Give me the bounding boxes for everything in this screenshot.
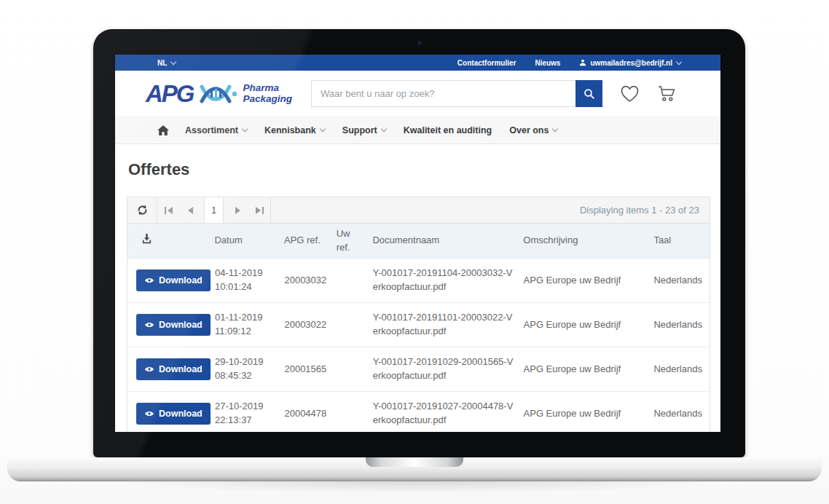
company-logo[interactable]: APG Pharma Packaging [146, 82, 292, 106]
column-taal[interactable]: Taal [653, 234, 710, 248]
table-row: Download 27-10-2019 22:13:37 20004478 Y-… [127, 392, 710, 432]
topbar-link-nieuws[interactable]: Nieuws [535, 59, 560, 67]
pager-prev-button[interactable] [179, 197, 201, 223]
cell-omschrijving: APG Europe uw Bedrijf [524, 363, 654, 377]
laptop-base [7, 457, 822, 481]
cell-omschrijving: APG Europe uw Bedrijf [524, 407, 654, 421]
cell-documentnaam: Y-001017-20191104-20003032-Verkoopfactuu… [373, 267, 524, 294]
cell-omschrijving: APG Europe uw Bedrijf [524, 318, 654, 332]
laptop-base-notch [366, 457, 463, 467]
cell-download: Download [136, 403, 215, 425]
nav-item-support[interactable]: Support [342, 125, 386, 135]
cell-documentnaam: Y-001017-20191029-20001565-Verkoopfactuu… [373, 355, 524, 383]
chevron-down-icon [170, 58, 176, 64]
column-download [136, 233, 214, 248]
dna-helix-icon [200, 82, 239, 106]
account-menu[interactable]: uwmailadres@bedrijf.nl [579, 59, 681, 67]
pager-first-button[interactable] [157, 197, 179, 223]
cart-icon [657, 84, 677, 103]
cell-date: 01-11-2019 [215, 311, 277, 325]
cell-date: 04-11-2019 [215, 267, 277, 280]
column-documentnaam[interactable]: Documentnaam [372, 234, 523, 248]
cell-apg-ref: 20001565 [284, 363, 337, 377]
language-selector[interactable]: NL [157, 59, 176, 67]
eye-icon [144, 321, 154, 328]
cell-documentnaam: Y-001017-20191101-20003022-Verkoopfactuu… [373, 311, 524, 339]
cell-date: 27-10-2019 [215, 400, 277, 414]
documents-grid: 1 Displaying items 1 - 23 of 23 [127, 197, 710, 432]
cell-datum: 29-10-2019 08:45:32 [215, 355, 284, 383]
chevron-down-icon [380, 126, 386, 132]
cell-taal: Nederlands [653, 274, 710, 288]
first-page-icon [168, 207, 173, 214]
cell-apg-ref: 20004478 [284, 407, 337, 421]
table-row: Download 01-11-2019 11:09:12 20003022 Y-… [127, 303, 710, 347]
laptop-reflection [0, 481, 829, 503]
chevron-down-icon [552, 126, 558, 132]
cell-download: Download [136, 358, 215, 380]
language-label: NL [157, 59, 167, 67]
nav-home-button[interactable] [157, 125, 169, 135]
download-button[interactable]: Download [136, 314, 211, 336]
cell-time: 22:13:37 [215, 414, 277, 428]
cell-taal: Nederlands [653, 407, 710, 421]
search-bar [311, 80, 602, 107]
nav-item-kwaliteit-en-auditing[interactable]: Kwaliteit en auditing [404, 125, 492, 135]
cell-download: Download [136, 269, 215, 291]
refresh-button[interactable] [127, 197, 157, 223]
pager-next-button[interactable] [227, 197, 248, 223]
topbar-link-contactformulier[interactable]: Contactformulier [457, 59, 516, 67]
nav-item-assortiment[interactable]: Assortiment [185, 125, 247, 135]
nav-item-over-ons[interactable]: Over ons [509, 125, 557, 135]
nav-item-label: Kennisbank [264, 125, 316, 135]
last-page-icon [256, 207, 261, 214]
cell-apg-ref: 20003022 [284, 318, 337, 332]
laptop-mockup: NL Contactformulier Nieuws uwmailadres@b… [0, 0, 829, 504]
cell-download: Download [136, 314, 215, 336]
download-button[interactable]: Download [136, 269, 211, 291]
cell-apg-ref: 20003032 [284, 274, 337, 288]
cell-datum: 01-11-2019 11:09:12 [215, 311, 284, 339]
search-icon [584, 88, 595, 100]
download-button-label: Download [159, 364, 203, 374]
download-button-label: Download [159, 320, 203, 330]
column-apg-ref[interactable]: APG ref. [284, 234, 337, 248]
nav-item-label: Support [342, 125, 377, 135]
nav-item-kennisbank[interactable]: Kennisbank [264, 125, 325, 135]
cell-datum: 04-11-2019 10:01:24 [215, 267, 284, 294]
logo-brand-text: APG [146, 82, 194, 106]
refresh-icon [136, 204, 149, 216]
last-page-icon [262, 207, 264, 214]
chevron-down-icon [242, 126, 248, 132]
pager-status-text: Displaying items 1 - 23 of 23 [271, 205, 710, 216]
column-datum[interactable]: Datum [214, 234, 284, 248]
cell-time: 08:45:32 [215, 369, 277, 383]
column-omschrijving[interactable]: Omschrijving [523, 234, 653, 248]
download-button-label: Download [159, 275, 203, 286]
table-header-row: Datum APG ref. Uw ref. Documentnaam Omsc… [127, 224, 710, 259]
download-button[interactable]: Download [136, 358, 211, 380]
cell-datum: 27-10-2019 22:13:37 [215, 400, 284, 428]
pager-last-button[interactable] [248, 197, 270, 223]
site-header: APG Pharma Packaging [115, 71, 720, 117]
home-icon [157, 125, 169, 135]
cell-omschrijving: APG Europe uw Bedrijf [524, 274, 654, 288]
download-icon [141, 233, 152, 244]
logo-tagline-line1: Pharma [243, 83, 293, 94]
wishlist-button[interactable] [620, 85, 640, 103]
pager-current-page[interactable]: 1 [204, 197, 224, 223]
eye-icon [144, 277, 154, 284]
search-button[interactable] [575, 80, 602, 107]
chevron-down-icon [320, 126, 326, 132]
prev-page-icon [188, 207, 193, 214]
search-input[interactable] [311, 80, 575, 107]
nav-item-label: Assortiment [185, 125, 238, 135]
cart-button[interactable] [657, 84, 677, 103]
first-page-icon [165, 207, 166, 214]
table-body: Download 04-11-2019 10:01:24 20003032 Y-… [127, 259, 710, 432]
nav-item-label: Kwaliteit en auditing [404, 125, 492, 135]
column-uw-ref[interactable]: Uw ref. [337, 227, 373, 255]
download-button[interactable]: Download [136, 403, 211, 425]
table-row: Download 04-11-2019 10:01:24 20003032 Y-… [127, 259, 710, 303]
webcam-dot [417, 41, 422, 45]
